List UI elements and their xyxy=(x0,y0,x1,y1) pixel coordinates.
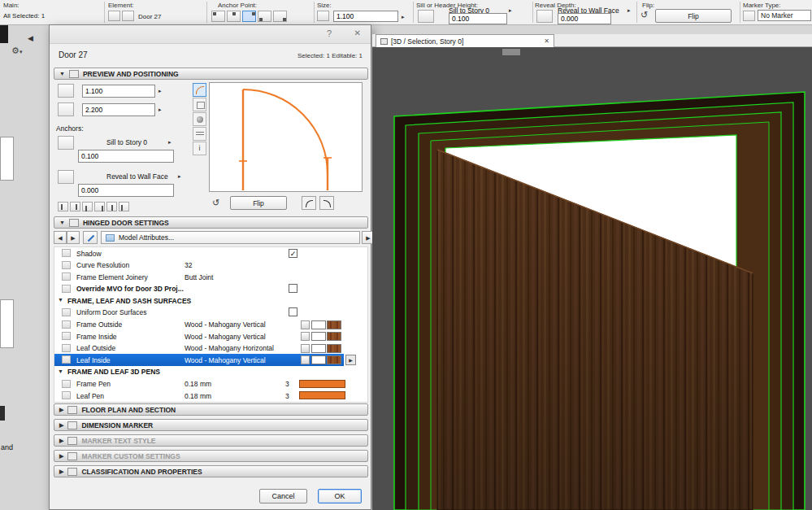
row-checkbox[interactable] xyxy=(289,284,297,293)
settings-row[interactable]: Uniform Door Surfaces xyxy=(54,307,367,319)
swing-right-icon[interactable] xyxy=(319,196,334,210)
subsection-title: FRAME, LEAF AND SASH SURFACES xyxy=(67,297,191,305)
row-checkbox[interactable]: ✓ xyxy=(289,249,297,258)
dialog-titlebar[interactable]: ? ✕ xyxy=(50,25,371,44)
section-preview-icon[interactable] xyxy=(193,127,206,141)
tab-close-icon[interactable]: ✕ xyxy=(544,37,549,45)
settings-row[interactable]: Shadow✓ xyxy=(54,247,367,259)
door-swing-arc xyxy=(243,89,328,174)
section-header-marker-text-style[interactable]: ▶MARKER TEXT STYLE xyxy=(54,434,368,447)
settings-subsection-header[interactable]: ▼FRAME, LEAF AND SASH SURFACES xyxy=(54,294,367,307)
plan-preview-icon[interactable] xyxy=(193,83,206,97)
collapse-arrow-icon[interactable]: ▼ xyxy=(59,220,65,225)
section-header-dimension-marker[interactable]: ▶DIMENSION MARKER xyxy=(54,419,368,431)
anchor-preset-icon[interactable] xyxy=(106,202,117,211)
edit-icon[interactable] xyxy=(83,231,98,244)
ok-button[interactable]: OK xyxy=(318,489,362,503)
anchor-point-icon[interactable] xyxy=(273,11,287,22)
back-button[interactable]: ◀ xyxy=(54,231,67,244)
marker-type-select[interactable]: No Marker xyxy=(758,10,811,21)
cancel-button[interactable]: Cancel xyxy=(259,489,307,503)
expand-arrow-icon[interactable]: ▶ xyxy=(59,407,63,413)
pen-color-swatch[interactable] xyxy=(299,380,345,388)
sill-value-input[interactable] xyxy=(449,13,507,24)
3d-viewport[interactable] xyxy=(372,47,812,510)
settings-row[interactable]: Frame Element JoineryButt Joint xyxy=(54,271,367,283)
info-preview-icon[interactable]: i xyxy=(193,142,206,155)
door-width-input[interactable] xyxy=(82,85,155,98)
breadcrumb[interactable]: Model Attributes... xyxy=(101,231,360,244)
anchor-preset-icon[interactable] xyxy=(58,202,68,211)
row-checkbox[interactable] xyxy=(289,307,297,316)
anchor-preset-icon[interactable] xyxy=(94,202,105,211)
anchor-preset-icon[interactable] xyxy=(70,202,80,211)
help-icon[interactable]: ? xyxy=(327,28,332,38)
settings-row[interactable]: Curve Resolution32 xyxy=(54,259,367,272)
reveal-mode-button[interactable]: Reveal to Wall Face xyxy=(106,172,168,181)
door-tool-icon[interactable] xyxy=(108,11,120,21)
collapse-arrow-icon[interactable]: ▼ xyxy=(59,71,65,76)
settings-row[interactable]: Leaf OutsideWood - Mahogany Horizontal xyxy=(54,342,367,355)
expand-arrow-icon[interactable]: ▶ xyxy=(59,453,63,460)
flip-button[interactable]: Flip xyxy=(230,196,287,210)
expand-arrow-icon[interactable]: ▶ xyxy=(59,438,63,444)
reveal-mode-stepper-icon[interactable]: ▸ xyxy=(627,7,631,14)
settings-row[interactable]: Override MVO for Door 3D Proj... xyxy=(54,283,367,295)
section-header-marker-custom-settings[interactable]: ▶MARKER CUSTOM SETTINGS xyxy=(54,450,368,462)
anchor-preset-icon[interactable] xyxy=(82,202,93,211)
surface-popup-button[interactable]: ▶ xyxy=(345,355,356,365)
pen-color-swatch[interactable] xyxy=(299,391,345,399)
section-header-classification-and-properties[interactable]: ▶CLASSIFICATION AND PROPERTIES xyxy=(54,465,368,477)
elevation-preview-icon[interactable] xyxy=(193,98,206,111)
settings-row[interactable]: Frame Pen0.18 mm3 xyxy=(54,378,367,390)
settings-row[interactable]: Leaf InsideWood - Mahogany Vertical▶ xyxy=(54,354,367,366)
tab-3d-selection[interactable]: [3D / Selection, Story 0] ✕ xyxy=(376,34,554,47)
3d-preview-icon[interactable] xyxy=(193,112,206,126)
anchor-point-icon[interactable] xyxy=(258,11,271,22)
swing-left-icon[interactable] xyxy=(302,196,316,210)
section-header-preview-and-positioning[interactable]: ▼ PREVIEW AND POSITIONING xyxy=(54,68,368,80)
section-header-hinged-door-settings[interactable]: ▼ HINGED DOOR SETTINGS xyxy=(54,216,368,229)
close-icon[interactable]: ✕ xyxy=(354,28,361,37)
surface-swatch-wood xyxy=(327,355,341,364)
expand-arrow-icon[interactable]: ▶ xyxy=(59,469,63,475)
forward-button[interactable]: ▶ xyxy=(67,231,80,244)
settings-row[interactable]: Leaf Pen0.18 mm3 xyxy=(54,390,367,402)
anchor-point-icon-selected[interactable] xyxy=(242,11,256,22)
element-name[interactable]: Door 27 xyxy=(138,13,161,20)
flip-button[interactable]: Flip xyxy=(655,9,732,23)
sill-mode-button[interactable]: Sill to Story 0 xyxy=(106,138,147,146)
reveal-mode-stepper-icon[interactable]: ▸ xyxy=(178,173,181,180)
door-2d-preview[interactable] xyxy=(209,82,363,192)
attribute-link-icon[interactable] xyxy=(301,344,310,353)
settings-row[interactable]: Frame OutsideWood - Mahogany Vertical xyxy=(54,319,367,331)
size-input[interactable] xyxy=(333,11,398,22)
collapse-arrow-icon[interactable]: ▼ xyxy=(58,297,63,303)
height-stepper-icon[interactable]: ▸ xyxy=(158,107,162,113)
width-stepper-icon[interactable]: ▸ xyxy=(158,88,162,94)
reveal-value-input[interactable] xyxy=(78,184,174,197)
attribute-link-icon[interactable] xyxy=(301,355,310,364)
door-type-icon[interactable] xyxy=(122,11,134,21)
anchor-point-icon[interactable] xyxy=(211,11,225,22)
viewport-mini-handle[interactable] xyxy=(502,49,520,55)
reveal-value-input[interactable] xyxy=(558,13,611,24)
door-height-input[interactable] xyxy=(82,103,155,116)
sidebar-thumbnail[interactable] xyxy=(0,137,14,181)
anchor-point-icon[interactable] xyxy=(227,11,241,22)
sill-value-input[interactable] xyxy=(78,150,174,163)
gear-icon[interactable]: ⚙▾ xyxy=(11,46,22,56)
attribute-link-icon[interactable] xyxy=(301,332,310,341)
collapse-arrow-icon[interactable]: ▼ xyxy=(58,368,63,374)
section-header-floor-plan-and-section[interactable]: ▶FLOOR PLAN AND SECTION xyxy=(54,403,368,416)
size-stepper-icon[interactable]: ▸ xyxy=(402,14,405,20)
expand-arrow-icon[interactable]: ▶ xyxy=(59,422,63,429)
settings-subsection-header[interactable]: ▼FRAME AND LEAF 3D PENS xyxy=(54,366,367,378)
sill-mode-stepper-icon[interactable]: ▸ xyxy=(509,7,512,14)
anchor-preset-icon[interactable] xyxy=(119,202,129,211)
collapse-panel-icon[interactable]: ◀ xyxy=(28,34,33,42)
sidebar-thumbnail[interactable] xyxy=(0,299,14,348)
attribute-link-icon[interactable] xyxy=(301,320,310,329)
settings-row[interactable]: Frame InsideWood - Mahogany Vertical xyxy=(54,330,367,342)
sill-mode-stepper-icon[interactable]: ▸ xyxy=(168,139,172,146)
